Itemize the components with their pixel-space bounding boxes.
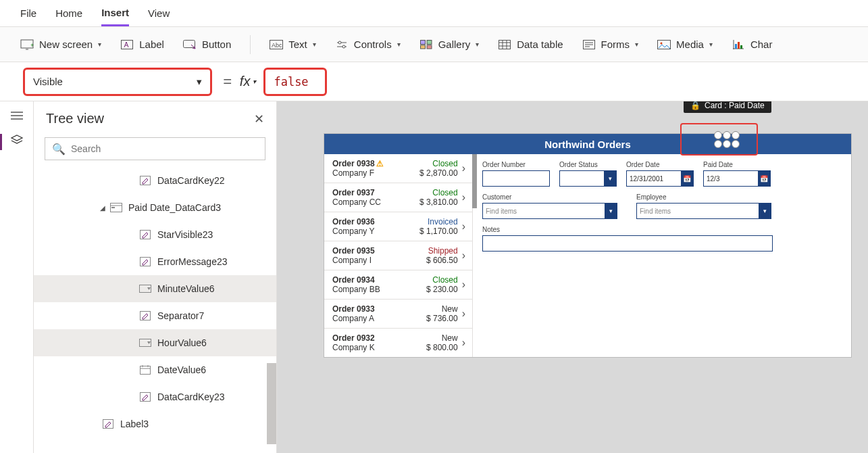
svg-rect-11 [420, 40, 425, 44]
dd-icon [138, 283, 152, 294]
tree-item-label: DataCardKey23 [157, 391, 225, 402]
order-status: New [426, 333, 458, 343]
hamburger-icon[interactable] [9, 110, 25, 122]
tab-insert[interactable]: Insert [101, 1, 129, 26]
calendar-icon: 📅 [758, 171, 770, 186]
text-button[interactable]: Abc Text ▾ [270, 39, 316, 50]
svg-rect-41 [141, 312, 151, 320]
order-company: Company I [332, 256, 426, 265]
svg-rect-15 [499, 40, 511, 49]
controls-button[interactable]: Controls ▾ [335, 39, 401, 50]
order-status: Closed [419, 188, 458, 197]
tree-item[interactable]: StarVisible23 [34, 221, 276, 248]
svg-rect-12 [427, 40, 432, 44]
paid-date-label: Paid Date [703, 161, 771, 168]
search-input[interactable] [71, 143, 258, 154]
tree-item[interactable]: DataCardKey22 [34, 167, 276, 194]
svg-point-9 [338, 41, 341, 44]
data-table-button[interactable]: Data table [498, 39, 563, 50]
new-screen-button[interactable]: + New screen ▾ [20, 39, 101, 50]
order-number-input[interactable] [482, 170, 550, 187]
button-button[interactable]: Button [183, 39, 231, 50]
svg-point-25 [661, 42, 663, 44]
tree-panel: Tree view ✕ 🔍 DataCardKey22◢Paid Date_Da… [34, 101, 277, 453]
order-number: Order 0932 [332, 333, 426, 343]
chevron-down-icon: ▾ [605, 204, 617, 218]
tab-file[interactable]: File [20, 1, 36, 25]
pencil-icon [101, 419, 115, 429]
order-amount: $ 3,810.00 [419, 197, 458, 207]
chevron-down-icon: ▾ [313, 41, 316, 48]
selection-handles[interactable] [714, 131, 740, 148]
svg-rect-50 [103, 420, 113, 429]
chevron-down-icon: ▾ [476, 41, 479, 48]
customer-label: Customer [482, 193, 617, 201]
lock-icon: 🔒 [690, 101, 700, 110]
tree-item[interactable]: ErrorMessage23 [34, 248, 276, 275]
svg-rect-37 [111, 207, 115, 208]
order-gallery[interactable]: Order 0938⚠Company FClosed$ 2,870.00›Ord… [324, 154, 473, 357]
tree-item[interactable]: Label3 [34, 410, 276, 437]
order-item[interactable]: Order 0933Company ANew$ 736.00› [324, 300, 472, 329]
notes-input[interactable] [482, 235, 773, 252]
menu-tabs: File Home Insert View [0, 0, 868, 27]
ribbon: + New screen ▾ Label Button Abc Text ▾ C… [0, 27, 868, 62]
close-icon[interactable]: ✕ [254, 112, 264, 126]
scrollbar-thumb[interactable] [267, 363, 276, 444]
fx-button[interactable]: fx ▾ [240, 74, 257, 89]
tree-item[interactable]: DateValue6 [34, 356, 276, 383]
charts-button[interactable]: Char [732, 39, 773, 50]
tab-home[interactable]: Home [55, 1, 82, 25]
tree-search[interactable]: 🔍 [45, 137, 265, 160]
button-label: Button [202, 39, 231, 50]
order-number: Order 0936 [332, 217, 419, 226]
order-item[interactable]: Order 0937Company CCClosed$ 3,810.00› [324, 183, 472, 212]
tree-item[interactable]: Separator7 [34, 302, 276, 329]
pencil-icon [138, 391, 152, 402]
order-company: Company F [332, 168, 419, 178]
chevron-down-icon: ▾ [709, 41, 713, 48]
svg-text:Abc: Abc [272, 42, 282, 49]
order-item[interactable]: Order 0935Company IShipped$ 606.50› [324, 241, 472, 270]
forms-label: Forms [601, 39, 630, 50]
gallery-button[interactable]: Gallery ▾ [419, 39, 480, 50]
tree-item[interactable]: HourValue6 [34, 329, 276, 356]
order-item[interactable]: Order 0936Company YInvoiced$ 1,170.00› [324, 212, 472, 241]
property-dropdown[interactable]: Visible ▾ [23, 68, 212, 96]
order-item[interactable]: Order 0938⚠Company FClosed$ 2,870.00› [324, 154, 472, 183]
tree-item[interactable]: MinuteValue6 [34, 275, 276, 302]
svg-rect-38 [141, 231, 151, 239]
tab-view[interactable]: View [148, 1, 170, 25]
formula-input[interactable]: false [263, 68, 327, 96]
forms-button[interactable]: Forms ▾ [582, 39, 639, 50]
label-button[interactable]: Label [120, 39, 164, 50]
tree-item-label: StarVisible23 [157, 229, 213, 240]
media-button[interactable]: Media ▾ [657, 39, 713, 50]
caret-icon[interactable]: ◢ [82, 204, 109, 212]
order-item[interactable]: Order 0934Company BBClosed$ 230.00› [324, 270, 472, 300]
layers-icon[interactable] [9, 134, 25, 146]
canvas[interactable]: Northwind Orders Order 0938⚠Company FClo… [277, 101, 868, 453]
order-date-input[interactable]: 12/31/2001📅 [626, 170, 694, 187]
media-icon [657, 39, 671, 50]
order-amount: $ 230.00 [426, 285, 458, 294]
tree-item[interactable]: DataCardKey23 [34, 383, 276, 410]
chevron-right-icon: › [462, 279, 465, 291]
order-item[interactable]: Order 0932Company KNew$ 800.00› [324, 329, 472, 357]
employee-dropdown[interactable]: Find items▾ [636, 203, 771, 219]
tree-item-label: HourValue6 [157, 337, 207, 348]
tree-item-label: MinuteValue6 [157, 283, 215, 294]
selection-tag-label: Card : Paid Date [705, 101, 765, 110]
paid-date-input[interactable]: 12/3📅 [703, 170, 771, 187]
svg-rect-29 [738, 42, 740, 49]
svg-rect-39 [141, 258, 151, 266]
svg-rect-14 [427, 45, 432, 49]
order-company: Company BB [332, 285, 426, 294]
equals-sign: = [223, 73, 232, 91]
order-status-dropdown[interactable]: ▾ [559, 170, 617, 187]
customer-dropdown[interactable]: Find items▾ [482, 203, 617, 219]
tree-title: Tree view [46, 111, 104, 126]
tree-item-label: Paid Date_DataCard3 [128, 202, 221, 213]
chevron-down-icon: ▾ [197, 76, 202, 88]
tree-item[interactable]: ◢Paid Date_DataCard3 [34, 194, 276, 221]
